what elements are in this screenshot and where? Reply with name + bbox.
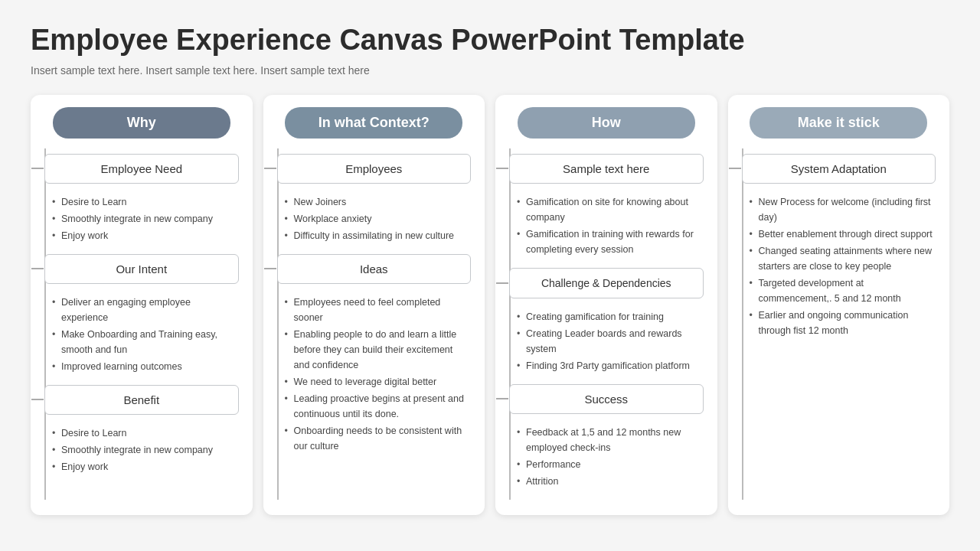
section-box-employees: Employees bbox=[277, 154, 472, 184]
list-item: Feedback at 1,5 and 12 months new employ… bbox=[517, 425, 704, 455]
bullet-list-system-adaptation: New Process for welcome (including first… bbox=[728, 190, 950, 349]
bullet-list-challenge-&-dependencies: Creating gamification for trainingCreati… bbox=[495, 305, 717, 384]
bullet-list-sample-text-here: Gamification on site for knowing about c… bbox=[495, 190, 717, 268]
section-box-success: Success bbox=[509, 384, 704, 414]
section-box-sample-text-here: Sample text here bbox=[509, 154, 704, 184]
list-item: Smoothly integrate in new company bbox=[52, 211, 239, 227]
header-context: In what Context? bbox=[285, 107, 462, 139]
list-item: Creating gamification for training bbox=[517, 309, 704, 324]
column-why: WhyEmployee NeedDesire to LearnSmoothly … bbox=[31, 95, 253, 515]
list-item: Changed seating attainments where new st… bbox=[750, 243, 936, 274]
list-item: New Process for welcome (including first… bbox=[750, 194, 936, 225]
header-stick: Make it stick bbox=[750, 107, 927, 139]
list-item: Gamification in training with rewards fo… bbox=[517, 227, 704, 257]
list-item: Desire to Learn bbox=[52, 425, 239, 441]
list-item: Enabling people to do and learn a little… bbox=[285, 327, 472, 373]
bullet-list-employees: New JoinersWorkplace anxietyDifficulty i… bbox=[263, 190, 485, 254]
page-subtitle: Insert sample text here. Insert sample t… bbox=[31, 64, 949, 77]
bullet-list-our-intent: Deliver an engaging employee experienceM… bbox=[31, 290, 253, 385]
column-line bbox=[44, 148, 46, 500]
list-item: Better enablement through direct support bbox=[750, 227, 936, 242]
list-item: Enjoy work bbox=[52, 459, 239, 474]
list-item: Enjoy work bbox=[52, 228, 239, 243]
list-item: New Joiners bbox=[285, 194, 472, 210]
column-stick: Make it stickSystem AdaptationNew Proces… bbox=[728, 95, 950, 515]
page-title: Employee Experience Canvas PowerPoint Te… bbox=[31, 23, 949, 58]
header-why: Why bbox=[53, 107, 230, 139]
list-item: Leading proactive begins at present and … bbox=[285, 391, 472, 422]
list-item: Attrition bbox=[517, 474, 704, 489]
list-item: Make Onboarding and Training easy, smoot… bbox=[52, 327, 239, 357]
column-how: HowSample text hereGamification on site … bbox=[495, 95, 717, 515]
list-item: Performance bbox=[517, 457, 704, 472]
list-item: We need to leverage digital better bbox=[285, 374, 472, 390]
column-context: In what Context?EmployeesNew JoinersWork… bbox=[263, 95, 485, 515]
section-box-employee-need: Employee Need bbox=[44, 154, 239, 184]
bullet-list-benefit: Desire to LearnSmoothly integrate in new… bbox=[31, 421, 253, 485]
list-item: Gamification on site for knowing about c… bbox=[517, 194, 704, 225]
section-box-benefit: Benefit bbox=[44, 385, 239, 415]
bullet-list-success: Feedback at 1,5 and 12 months new employ… bbox=[495, 420, 717, 500]
list-item: Targeted development at commencement,. 5… bbox=[750, 276, 936, 306]
list-item: Deliver an engaging employee experience bbox=[52, 295, 239, 325]
list-item: Difficulty in assimilating in new cultur… bbox=[285, 228, 472, 243]
column-line bbox=[742, 148, 743, 500]
header-how: How bbox=[518, 107, 695, 139]
section-box-challenge-&-dependencies: Challenge & Dependencies bbox=[509, 268, 704, 298]
list-item: Employees need to feel completed sooner bbox=[285, 295, 472, 325]
bullet-list-employee-need: Desire to LearnSmoothly integrate in new… bbox=[31, 190, 253, 254]
list-item: Improved learning outcomes bbox=[52, 359, 239, 374]
bullet-list-ideas: Employees need to feel completed soonerE… bbox=[263, 290, 485, 465]
list-item: Smoothly integrate in new company bbox=[52, 442, 239, 458]
canvas-container: WhyEmployee NeedDesire to LearnSmoothly … bbox=[31, 95, 949, 515]
column-line bbox=[509, 148, 511, 500]
section-box-ideas: Ideas bbox=[277, 254, 472, 284]
list-item: Finding 3rd Party gamification platform bbox=[517, 358, 704, 373]
list-item: Creating Leader boards and rewards syste… bbox=[517, 326, 704, 357]
section-box-our-intent: Our Intent bbox=[44, 254, 239, 284]
column-line bbox=[277, 148, 279, 500]
list-item: Workplace anxiety bbox=[285, 211, 472, 227]
list-item: Desire to Learn bbox=[52, 194, 239, 210]
list-item: Onboarding needs to be consistent with o… bbox=[285, 423, 472, 454]
section-box-system-adaptation: System Adaptation bbox=[742, 154, 936, 184]
list-item: Earlier and ongoing communication throug… bbox=[750, 308, 936, 338]
